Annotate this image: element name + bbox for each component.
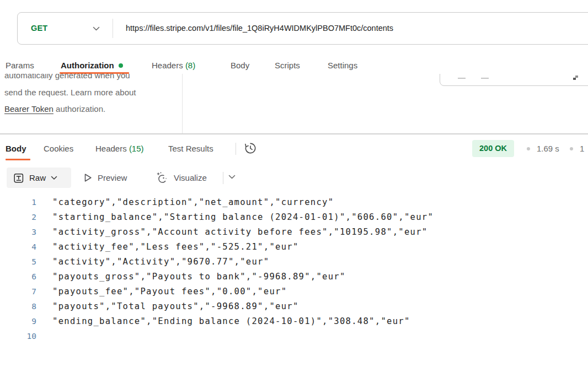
history-clock-icon[interactable] bbox=[243, 141, 259, 156]
line-number[interactable]: 2 bbox=[0, 210, 36, 225]
request-tabs: Params Authorization Headers (8) Body Sc… bbox=[0, 45, 588, 74]
request-response-divider bbox=[0, 133, 588, 134]
headers-count: (8) bbox=[185, 61, 195, 70]
bearer-token-link[interactable]: Bearer Token bbox=[4, 104, 54, 114]
code-line: 3"activity_gross","Account activity befo… bbox=[0, 225, 588, 240]
line-number[interactable]: 7 bbox=[0, 284, 36, 299]
separator-dot-icon bbox=[527, 147, 530, 150]
chevron-down-icon bbox=[51, 176, 57, 180]
tab-params[interactable]: Params bbox=[6, 61, 34, 70]
response-size-partial[interactable]: 1 bbox=[580, 140, 584, 157]
magic-orb-icon bbox=[155, 171, 168, 185]
code-line: 5"activity","Activity","9670.77","eur" bbox=[0, 255, 588, 269]
tab-body[interactable]: Body bbox=[231, 61, 249, 70]
line-number[interactable]: 6 bbox=[0, 269, 36, 284]
response-header: Body Cookies Headers (15) Test Results 2… bbox=[0, 138, 588, 161]
response-tabs-divider bbox=[236, 143, 236, 155]
code-text: "activity","Activity","9670.77","eur" bbox=[36, 255, 269, 269]
url-input[interactable]: https://files.stripe.com/v1/files/file_1… bbox=[126, 13, 393, 44]
auth-help-text-line1: automatically generated when you bbox=[4, 74, 130, 82]
toolbar-divider bbox=[223, 172, 223, 184]
code-line: 6"payouts_gross","Payouts to bank","-996… bbox=[0, 269, 588, 284]
line-number[interactable]: 4 bbox=[0, 240, 36, 255]
code-text: "payouts","Total payouts","-9968.89","eu… bbox=[36, 299, 299, 314]
response-body-toolbar: Raw Preview Visualize bbox=[0, 167, 588, 189]
response-headers-count: (15) bbox=[129, 144, 144, 153]
authorization-panel: automatically generated when you send th… bbox=[0, 74, 588, 133]
response-time[interactable]: 1.69 s bbox=[537, 140, 559, 157]
separator-dot-icon bbox=[570, 147, 573, 150]
auth-help-text-line3: Bearer Token authorization. bbox=[4, 102, 105, 116]
tab-scripts[interactable]: Scripts bbox=[275, 61, 300, 70]
code-text bbox=[36, 329, 52, 344]
token-input[interactable] bbox=[440, 74, 588, 86]
line-number[interactable]: 5 bbox=[0, 255, 36, 269]
method-selector[interactable]: GET bbox=[31, 13, 47, 44]
status-badge[interactable]: 200 OK bbox=[472, 140, 514, 157]
code-line: 8"payouts","Total payouts","-9968.89","e… bbox=[0, 299, 588, 314]
tab-headers[interactable]: Headers (8) bbox=[152, 61, 195, 70]
response-tab-cookies[interactable]: Cookies bbox=[44, 138, 73, 160]
token-edit-icon[interactable] bbox=[573, 75, 578, 80]
token-mask-dash bbox=[458, 78, 466, 79]
play-outline-icon bbox=[84, 173, 92, 182]
response-tab-body[interactable]: Body bbox=[6, 138, 26, 160]
line-number[interactable]: 1 bbox=[0, 195, 36, 210]
tab-authorization[interactable]: Authorization bbox=[61, 61, 123, 70]
code-line: 10 bbox=[0, 329, 588, 344]
line-number[interactable]: 10 bbox=[0, 329, 36, 344]
code-line: 1"category","description","net_amount","… bbox=[0, 195, 588, 210]
line-number[interactable]: 8 bbox=[0, 299, 36, 314]
token-mask-dash bbox=[481, 78, 489, 79]
preview-button[interactable]: Preview bbox=[84, 168, 127, 188]
code-text: "payouts_gross","Payouts to bank","-9968… bbox=[36, 269, 346, 284]
visualize-button[interactable]: Visualize bbox=[155, 168, 207, 188]
code-line: 4"activity_fee","Less fees","-525.21","e… bbox=[0, 240, 588, 255]
code-text: "activity_gross","Account activity befor… bbox=[36, 225, 427, 240]
tab-settings[interactable]: Settings bbox=[328, 61, 357, 70]
code-text: "category","description","net_amount","c… bbox=[36, 195, 334, 210]
response-active-tab-indicator bbox=[6, 159, 30, 160]
url-bar: GET https://files.stripe.com/v1/files/fi… bbox=[17, 12, 588, 45]
code-line: 2"starting_balance","Starting balance (2… bbox=[0, 210, 588, 225]
url-bar-divider bbox=[113, 19, 113, 38]
response-body-raw[interactable]: 1"category","description","net_amount","… bbox=[0, 195, 588, 344]
code-text: "payouts_fee","Payout fees","0.00","eur" bbox=[36, 284, 287, 299]
auth-help-text-line2: send the request. Learn more about bbox=[4, 86, 136, 99]
auth-configured-dot-icon bbox=[119, 63, 123, 68]
code-text: "starting_balance","Starting balance (20… bbox=[36, 210, 434, 225]
view-mode-dropdown[interactable]: Raw bbox=[7, 168, 71, 188]
code-line: 7"payouts_fee","Payout fees","0.00","eur… bbox=[0, 284, 588, 299]
code-line: 9"ending_balance","Ending balance (2024-… bbox=[0, 314, 588, 329]
view-mode-label: Raw bbox=[29, 173, 46, 182]
active-tab-indicator bbox=[60, 72, 129, 74]
response-tab-headers[interactable]: Headers (15) bbox=[95, 138, 144, 160]
panel-divider bbox=[182, 74, 183, 133]
line-number[interactable]: 3 bbox=[0, 225, 36, 240]
code-text: "ending_balance","Ending balance (2024-1… bbox=[36, 314, 410, 329]
line-number[interactable]: 9 bbox=[0, 314, 36, 329]
response-tab-test-results[interactable]: Test Results bbox=[168, 138, 213, 160]
more-views-chevron-icon[interactable] bbox=[228, 175, 236, 180]
text-format-icon bbox=[13, 172, 24, 184]
code-text: "activity_fee","Less fees","-525.21","eu… bbox=[36, 240, 299, 255]
chevron-down-icon[interactable] bbox=[93, 26, 100, 31]
